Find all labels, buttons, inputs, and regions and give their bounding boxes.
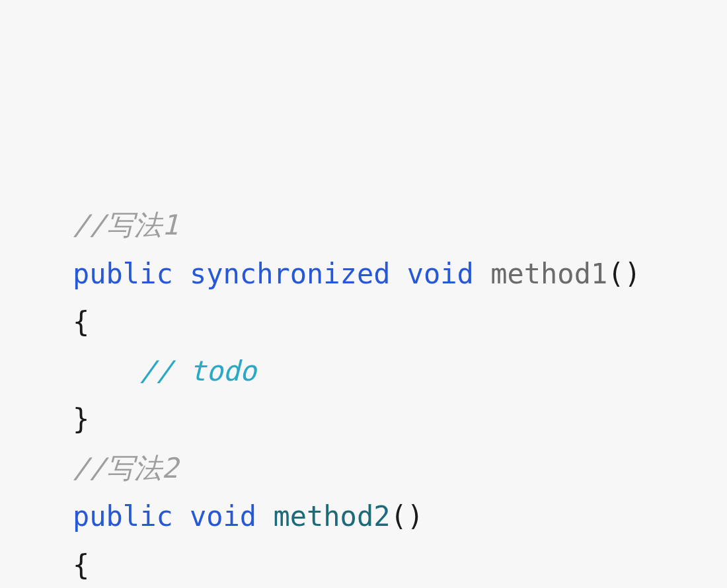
parentheses: () xyxy=(390,500,424,533)
code-line-3: { xyxy=(73,298,727,347)
code-line-7: public void method2() xyxy=(73,492,727,541)
keyword-void: void xyxy=(190,500,256,533)
code-line-1: //写法1 xyxy=(73,201,727,250)
method-name: method2 xyxy=(273,500,390,533)
parentheses: () xyxy=(607,258,641,290)
todo-comment: // todo xyxy=(139,355,256,387)
keyword-public: public xyxy=(73,258,173,290)
code-line-2: public synchronized void method1() xyxy=(73,250,727,299)
open-brace: { xyxy=(73,549,89,581)
open-brace: { xyxy=(73,306,89,338)
keyword-void: void xyxy=(407,258,474,290)
code-line-8: { xyxy=(73,541,727,589)
close-brace: } xyxy=(73,403,89,435)
code-line-6: //写法2 xyxy=(73,444,727,493)
comment: //写法1 xyxy=(73,209,178,241)
keyword-public: public xyxy=(73,500,173,533)
code-line-5: } xyxy=(73,395,727,444)
keyword-synchronized: synchronized xyxy=(190,258,390,290)
method-name: method1 xyxy=(490,258,607,290)
code-line-4: // todo xyxy=(73,347,727,396)
code-block: //写法1public synchronized void method1(){… xyxy=(73,201,727,588)
comment: //写法2 xyxy=(73,452,178,484)
